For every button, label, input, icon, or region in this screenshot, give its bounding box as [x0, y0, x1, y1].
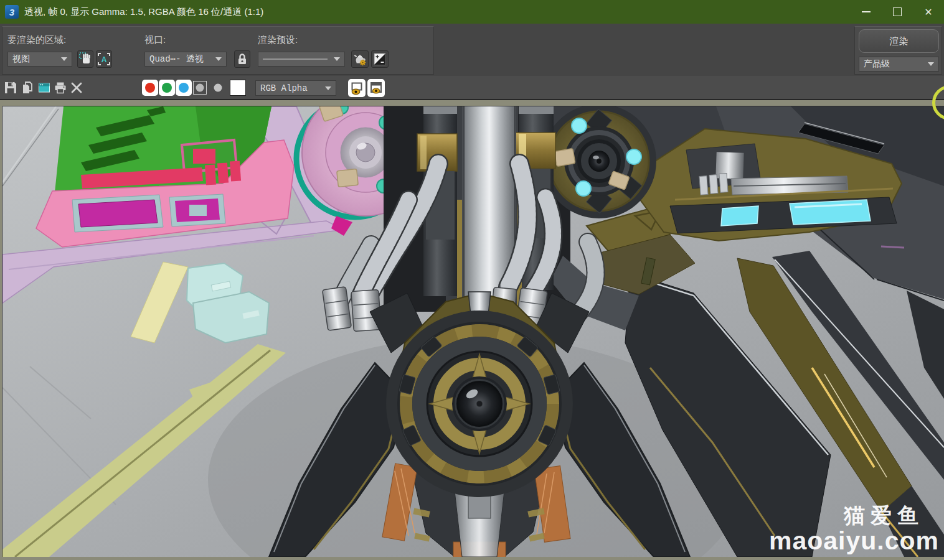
auto-region-button[interactable]: A [96, 50, 112, 68]
clear-image-button[interactable] [70, 81, 83, 95]
red-channel-icon [144, 82, 156, 94]
channel-display-value: RGB Alpha [260, 83, 308, 93]
print-image-button[interactable] [54, 81, 67, 95]
render-preset-label: 渲染预设: [258, 34, 298, 46]
viewport-frame: 猫爱鱼 maoaiyu.com [0, 100, 944, 560]
minimize-button[interactable] [851, 0, 882, 24]
render-controls-panel: 要渲染的区域: 视图 A [2, 26, 434, 75]
edit-region-button[interactable] [77, 50, 93, 68]
toggle-ui-button[interactable] [367, 79, 385, 97]
teapot-gear-icon [352, 52, 367, 67]
monochrome-button[interactable] [211, 81, 225, 95]
alpha-channel-button[interactable] [193, 81, 207, 95]
area-to-render-label: 要渲染的区域: [7, 34, 66, 46]
window-controls: ✕ [851, 0, 944, 24]
chevron-down-icon [325, 86, 331, 90]
render-controls-toolbar: 要渲染的区域: 视图 A [0, 24, 944, 76]
3ds-max-logo-icon: 3 [5, 5, 19, 19]
copy-image-button[interactable] [21, 81, 34, 95]
viewport-value: Quad⋯- 透视 [149, 54, 204, 65]
watermark: 猫爱鱼 maoaiyu.com [769, 504, 939, 554]
chevron-down-icon [928, 62, 934, 66]
minimize-icon [862, 11, 871, 12]
render-mode-dropdown[interactable]: 产品级 [859, 57, 939, 72]
svg-text:A: A [101, 55, 107, 64]
blue-channel-icon [177, 82, 190, 94]
area-to-render-value: 视图 [12, 54, 30, 65]
alpha-channel-icon [195, 83, 205, 93]
maximize-button[interactable] [882, 0, 913, 24]
watermark-line2: maoaiyu.com [769, 527, 939, 554]
render-mode-value: 产品级 [864, 58, 890, 70]
watermark-line1: 猫爱鱼 [769, 504, 924, 527]
window-title: 透视, 帧 0, 显示 Gamma: 1.5, RGBA 颜色 16 位/通道 … [24, 6, 263, 18]
environment-exposure-button[interactable] [371, 50, 389, 68]
green-channel-button[interactable] [159, 80, 175, 96]
monochrome-icon [213, 83, 223, 93]
red-channel-button[interactable] [142, 80, 158, 96]
maximize-icon [893, 7, 902, 16]
rendered-frame-window: 3 透视, 帧 0, 显示 Gamma: 1.5, RGBA 颜色 16 位/通… [0, 0, 944, 560]
blue-channel-button[interactable] [176, 80, 192, 96]
channel-display-dropdown[interactable]: RGB Alpha [255, 80, 336, 96]
hand-select-region-icon [79, 52, 92, 66]
image-controls-toolbar: RGB Alpha [0, 76, 944, 100]
chevron-down-icon [334, 57, 340, 61]
render-setup-button[interactable] [351, 50, 369, 68]
chevron-down-icon [61, 57, 67, 61]
lock-icon [235, 52, 249, 66]
render-button[interactable]: 渲染 [859, 29, 939, 53]
viewport-label: 视口: [144, 34, 166, 46]
area-to-render-dropdown[interactable]: 视图 [7, 52, 72, 67]
render-preset-dropdown[interactable] [258, 52, 345, 67]
close-button[interactable]: ✕ [913, 0, 944, 24]
render-execute-panel: 渲染 产品级 [854, 26, 942, 75]
window-eye-icon [349, 81, 364, 96]
rendered-image-graphic [2, 106, 944, 557]
titled-window-eye-icon [369, 81, 384, 96]
save-image-button[interactable] [4, 81, 17, 95]
auto-region-icon: A [97, 52, 111, 66]
title-bar: 3 透视, 帧 0, 显示 Gamma: 1.5, RGBA 颜色 16 位/通… [0, 0, 944, 24]
chevron-down-icon [215, 57, 222, 61]
green-channel-icon [161, 82, 173, 94]
contrast-square-icon [373, 52, 387, 66]
viewport-dropdown[interactable]: Quad⋯- 透视 [144, 52, 227, 67]
render-preset-empty-line [263, 58, 328, 60]
toggle-overlays-button[interactable] [348, 79, 366, 97]
clear-color-swatch[interactable] [230, 80, 246, 96]
viewport-lock-button[interactable] [234, 50, 250, 68]
rendered-image[interactable]: 猫爱鱼 maoaiyu.com [2, 106, 944, 557]
clone-rendered-frame-button[interactable] [37, 81, 51, 95]
